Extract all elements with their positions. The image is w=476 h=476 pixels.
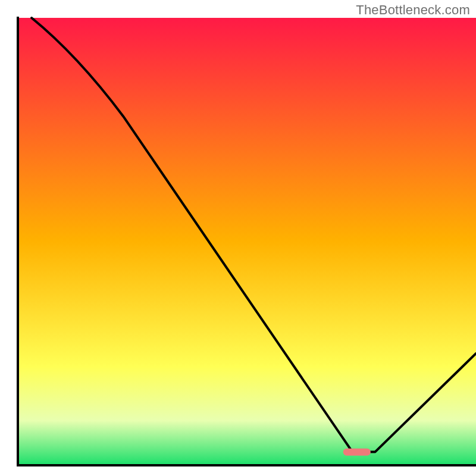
plot-area bbox=[18, 18, 476, 465]
bottleneck-chart bbox=[0, 0, 476, 476]
chart-wrapper: TheBottleneck.com bbox=[0, 0, 476, 476]
optimal-marker bbox=[343, 449, 371, 456]
watermark-text: TheBottleneck.com bbox=[356, 2, 470, 18]
